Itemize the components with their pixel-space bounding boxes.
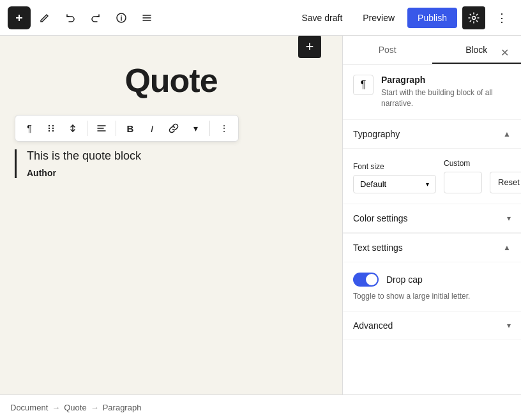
font-size-label: Font size bbox=[353, 162, 436, 171]
typography-content: Font size Default ▾ Custom Reset bbox=[343, 149, 521, 204]
block-info-text: Paragraph Start with the building block … bbox=[381, 75, 511, 109]
bold-button[interactable]: B bbox=[120, 118, 140, 139]
block-name: Paragraph bbox=[381, 75, 511, 85]
breadcrumb-quote[interactable]: Quote bbox=[64, 403, 86, 412]
svg-point-11 bbox=[52, 125, 54, 126]
block-toolbar: ¶ bbox=[15, 115, 239, 142]
svg-point-14 bbox=[49, 130, 50, 131]
advanced-section: Advanced ▾ bbox=[343, 311, 521, 340]
font-size-group: Font size Default ▾ bbox=[353, 162, 436, 193]
info-button[interactable] bbox=[110, 6, 133, 29]
advanced-chevron-icon: ▾ bbox=[507, 321, 511, 330]
svg-point-13 bbox=[52, 128, 54, 129]
editor-content: Quote ¶ bbox=[15, 61, 328, 186]
svg-point-10 bbox=[49, 125, 50, 126]
block-move-button[interactable] bbox=[63, 118, 83, 139]
breadcrumb-paragraph[interactable]: Paragraph bbox=[103, 403, 142, 412]
add-block-button[interactable] bbox=[8, 6, 31, 29]
font-size-value: Default bbox=[360, 179, 386, 189]
color-settings-header[interactable]: Color settings ▾ bbox=[343, 204, 521, 233]
svg-point-5 bbox=[121, 15, 122, 17]
list-view-button[interactable] bbox=[135, 6, 158, 29]
link-button[interactable] bbox=[163, 118, 184, 139]
toggle-thumb bbox=[366, 274, 377, 285]
custom-size-group: Custom bbox=[444, 159, 482, 193]
edit-tool-button[interactable] bbox=[33, 6, 56, 29]
custom-label: Custom bbox=[444, 159, 482, 168]
quote-text[interactable]: This is the quote block bbox=[27, 149, 328, 163]
preview-button[interactable]: Preview bbox=[355, 9, 402, 27]
advanced-label: Advanced bbox=[353, 320, 393, 331]
block-more-button[interactable]: ⋮ bbox=[214, 118, 234, 139]
top-toolbar: Save draft Preview Publish ⋮ bbox=[0, 0, 521, 36]
typography-chevron-icon: ▲ bbox=[503, 130, 511, 139]
more-options-button[interactable]: ⋮ bbox=[490, 6, 513, 29]
text-dropdown-button[interactable]: ▾ bbox=[185, 118, 206, 139]
color-settings-label: Color settings bbox=[353, 213, 408, 223]
text-settings-content: Drop cap Toggle to show a large initial … bbox=[343, 262, 521, 311]
reset-button[interactable]: Reset bbox=[490, 172, 521, 193]
text-settings-header[interactable]: Text settings ▲ bbox=[343, 234, 521, 262]
block-type-button[interactable]: ¶ bbox=[19, 118, 40, 139]
align-button[interactable] bbox=[91, 118, 112, 139]
post-title[interactable]: Quote bbox=[15, 61, 328, 100]
breadcrumb: Document → Quote → Paragraph bbox=[0, 394, 521, 420]
undo-button[interactable] bbox=[59, 6, 82, 29]
text-settings-label: Text settings bbox=[353, 243, 403, 253]
color-settings-section: Color settings ▾ bbox=[343, 204, 521, 234]
settings-button[interactable] bbox=[462, 6, 485, 29]
breadcrumb-arrow-2: → bbox=[91, 403, 99, 412]
sidebar-close-button[interactable]: ✕ bbox=[493, 41, 516, 64]
font-size-row: Font size Default ▾ Custom Reset bbox=[353, 159, 511, 193]
block-drag-button[interactable] bbox=[41, 118, 61, 139]
redo-button[interactable] bbox=[84, 6, 107, 29]
breadcrumb-arrow-1: → bbox=[52, 403, 60, 412]
toolbar-right: Save draft Preview Publish ⋮ bbox=[294, 6, 513, 29]
save-draft-button[interactable]: Save draft bbox=[294, 9, 350, 27]
drop-cap-row: Drop cap bbox=[353, 273, 511, 287]
text-settings-chevron-icon: ▲ bbox=[503, 243, 511, 252]
italic-button[interactable]: I bbox=[142, 118, 162, 139]
advanced-header[interactable]: Advanced ▾ bbox=[343, 311, 521, 340]
block-description: Start with the building block of all nar… bbox=[381, 87, 511, 109]
color-settings-chevron-icon: ▾ bbox=[507, 214, 511, 223]
drop-cap-description: Toggle to show a large initial letter. bbox=[353, 292, 511, 301]
typography-section-header[interactable]: Typography ▲ bbox=[343, 120, 521, 149]
toolbar-divider-1 bbox=[87, 121, 87, 136]
custom-size-input[interactable] bbox=[444, 172, 482, 193]
toolbar-divider-3 bbox=[209, 121, 210, 136]
editor-area: Quote ¶ bbox=[0, 36, 342, 394]
sidebar: Post Block ✕ ¶ Paragraph Start with the … bbox=[342, 36, 521, 394]
sidebar-tabs-container: Post Block ✕ bbox=[343, 36, 521, 64]
drop-cap-toggle[interactable] bbox=[353, 273, 379, 287]
svg-point-9 bbox=[472, 16, 476, 19]
tab-post[interactable]: Post bbox=[343, 36, 432, 64]
drop-cap-label: Drop cap bbox=[386, 274, 423, 285]
svg-point-15 bbox=[52, 130, 54, 131]
quote-author[interactable]: Author bbox=[27, 168, 328, 178]
main-area: Quote ¶ bbox=[0, 36, 521, 394]
typography-label: Typography bbox=[353, 129, 400, 139]
block-type-icon: ¶ bbox=[353, 75, 374, 95]
breadcrumb-document[interactable]: Document bbox=[10, 403, 48, 412]
svg-point-12 bbox=[49, 128, 50, 129]
font-size-chevron-icon: ▾ bbox=[426, 181, 429, 188]
font-size-select[interactable]: Default ▾ bbox=[353, 175, 436, 193]
quote-block[interactable]: This is the quote block Author bbox=[15, 149, 328, 178]
publish-button[interactable]: Publish bbox=[407, 8, 457, 28]
toolbar-divider-2 bbox=[116, 121, 116, 136]
block-info: ¶ Paragraph Start with the building bloc… bbox=[343, 64, 521, 120]
add-new-block-button[interactable]: + bbox=[298, 36, 321, 58]
